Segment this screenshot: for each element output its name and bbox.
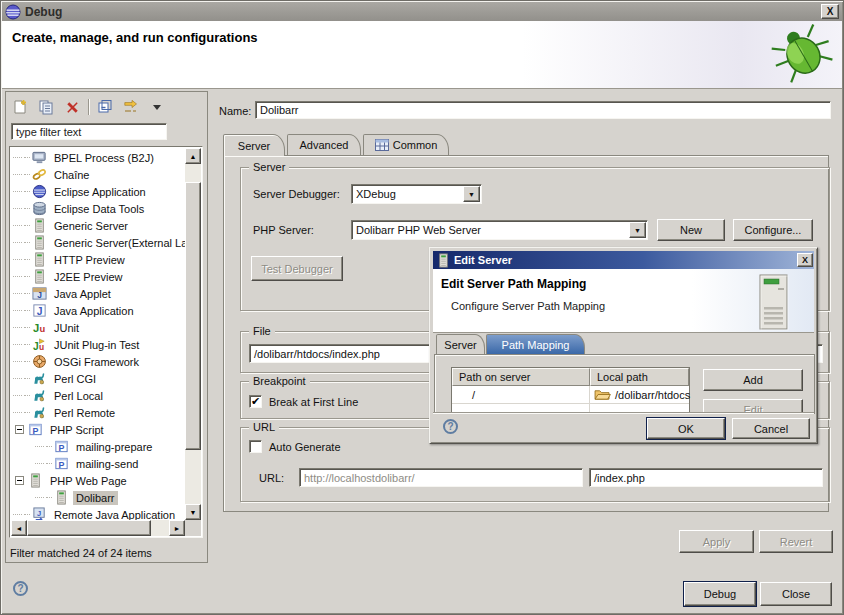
tree-item-java-applet[interactable]: JJava Applet <box>11 285 185 302</box>
tree-item-osgi-framework[interactable]: OSGi Framework <box>11 353 185 370</box>
base-url-input: http://localhostdolibarr/ <box>299 468 583 487</box>
new-server-button[interactable]: New <box>657 219 725 241</box>
tree-item-mailing-prepare[interactable]: Pmailing-prepare <box>11 438 185 455</box>
url-path-input[interactable]: /index.php <box>589 468 823 487</box>
tree-item-remote-java-application[interactable]: JRemote Java Application <box>11 506 185 520</box>
tree-item-label: Perl Remote <box>51 406 118 420</box>
tree-horizontal-scrollbar[interactable]: ◄ ► <box>11 520 185 536</box>
tab-common[interactable]: Common <box>363 134 449 155</box>
delete-config-icon[interactable] <box>62 98 82 116</box>
tree-item-mailing-send[interactable]: Pmailing-send <box>11 455 185 472</box>
path-on-server-cell: / <box>452 386 590 404</box>
dialog-titlebar[interactable]: Edit Server X <box>433 251 814 269</box>
vertical-scroll-thumb[interactable] <box>185 182 201 450</box>
dialog-tab-path-mapping[interactable]: Path Mapping <box>486 334 585 354</box>
perl-icon <box>32 371 47 386</box>
tree-vertical-scrollbar[interactable]: ▲ ▼ <box>185 148 201 520</box>
folder-icon <box>594 388 611 401</box>
dialog-close-button[interactable]: X <box>797 253 813 267</box>
url-label: URL: <box>259 472 284 484</box>
path-mapping-tab-content: Path on server Local path //dolibarr/htd… <box>434 354 815 414</box>
add-mapping-button[interactable]: Add <box>703 369 803 391</box>
chevron-down-icon[interactable]: ▼ <box>463 186 480 202</box>
tree-item-j2ee-preview[interactable]: J2EE Preview <box>11 268 185 285</box>
tree-item-label: Perl CGI <box>51 372 99 386</box>
tree-guide-line <box>13 293 22 294</box>
sidebar-toolbar <box>10 96 167 118</box>
tree-guide-line <box>13 395 22 396</box>
svg-text:J: J <box>37 290 42 300</box>
dialog-tab-server[interactable]: Server <box>436 334 485 354</box>
window-close-button[interactable]: X <box>821 4 839 19</box>
horizontal-scroll-thumb[interactable] <box>27 520 151 536</box>
debug-button[interactable]: Debug <box>684 582 756 606</box>
window-titlebar[interactable]: Debug X <box>2 2 842 21</box>
tree-item-php-script[interactable]: PPHP Script <box>11 421 185 438</box>
configure-server-button[interactable]: Configure... <box>733 219 813 241</box>
tab-server[interactable]: Server <box>223 134 285 156</box>
revert-button[interactable]: Revert <box>759 530 833 553</box>
tree-item-label: Dolibarr <box>73 491 118 505</box>
tree-guide-line <box>13 225 22 226</box>
eclipse-icon <box>32 184 47 199</box>
cancel-button[interactable]: Cancel <box>732 418 810 439</box>
tree-item-generic-server[interactable]: Generic Server <box>11 217 185 234</box>
tree-guide-line <box>24 327 30 328</box>
path-mapping-table[interactable]: Path on server Local path //dolibarr/htd… <box>451 367 690 414</box>
tree-guide-line <box>13 310 22 311</box>
tree-guide-line <box>13 412 22 413</box>
tree-guide-line <box>13 242 22 243</box>
tree-item-generic-server-external-la[interactable]: Generic Server(External La <box>11 234 185 251</box>
break-first-line-checkbox[interactable]: ✔ <box>249 395 262 408</box>
test-debugger-button[interactable]: Test Debugger <box>251 256 343 281</box>
tree-item-perl-remote[interactable]: Perl Remote <box>11 404 185 421</box>
column-header-local-path[interactable]: Local path <box>590 368 689 386</box>
auto-generate-checkbox[interactable] <box>249 440 262 453</box>
server-debugger-combo[interactable]: XDebug ▼ <box>351 184 482 204</box>
scroll-left-button[interactable]: ◄ <box>11 520 27 536</box>
tab-advanced[interactable]: Advanced <box>287 134 361 155</box>
php-server-combo[interactable]: Dolibarr PHP Web Server ▼ <box>351 220 648 240</box>
scroll-up-button[interactable]: ▲ <box>185 148 201 164</box>
new-config-icon[interactable] <box>10 98 30 116</box>
tree-guide-line <box>24 412 30 413</box>
ok-button[interactable]: OK <box>647 418 725 439</box>
apply-button[interactable]: Apply <box>679 530 754 553</box>
tree-guide-line <box>24 310 30 311</box>
name-input[interactable]: Dolibarr <box>255 101 831 119</box>
collapse-expander-icon[interactable] <box>15 425 24 434</box>
duplicate-config-icon[interactable] <box>36 98 56 116</box>
tree-item-label: Eclipse Data Tools <box>51 202 147 216</box>
tree-item-label: Perl Local <box>51 389 106 403</box>
tree-item-label: mailing-send <box>73 457 141 471</box>
tree-item-bpel-process-b2j[interactable]: BPEL Process (B2J) <box>11 149 185 166</box>
tree-item-eclipse-application[interactable]: Eclipse Application <box>11 183 185 200</box>
tree-item-php-web-page[interactable]: PHP Web Page <box>11 472 185 489</box>
help-icon[interactable]: ? <box>13 581 28 596</box>
tree-item-junit[interactable]: JuJUnit <box>11 319 185 336</box>
collapse-all-icon[interactable] <box>95 98 115 116</box>
collapse-expander-icon[interactable] <box>15 476 24 485</box>
close-button[interactable]: Close <box>760 582 832 606</box>
tree-guide-line <box>35 497 44 498</box>
tree-item-perl-cgi[interactable]: Perl CGI <box>11 370 185 387</box>
tree-item-eclipse-data-tools[interactable]: Eclipse Data Tools <box>11 200 185 217</box>
dialog-help-icon[interactable]: ? <box>443 419 458 434</box>
column-header-path-on-server[interactable]: Path on server <box>452 368 590 386</box>
tree-guide-line <box>13 174 22 175</box>
tree-item-java-application[interactable]: JJava Application <box>11 302 185 319</box>
scroll-down-button[interactable]: ▼ <box>185 504 201 520</box>
filter-input[interactable]: type filter text <box>11 123 167 140</box>
chevron-down-icon[interactable]: ▼ <box>629 222 646 238</box>
scroll-right-button[interactable]: ► <box>169 520 185 536</box>
tree-item-http-preview[interactable]: HTTP Preview <box>11 251 185 268</box>
perl-icon <box>32 405 47 420</box>
filter-options-icon[interactable] <box>121 98 141 116</box>
tree-item-cha-ne[interactable]: Chaîne <box>11 166 185 183</box>
menu-caret-icon[interactable] <box>147 98 167 116</box>
tree-item-perl-local[interactable]: Perl Local <box>11 387 185 404</box>
tree-item-dolibarr[interactable]: Dolibarr <box>11 489 185 506</box>
tree-item-junit-plug-in-test[interactable]: JuJUnit Plug-in Test <box>11 336 185 353</box>
filter-status-text: Filter matched 24 of 24 items <box>10 547 152 559</box>
server-icon <box>54 490 69 505</box>
